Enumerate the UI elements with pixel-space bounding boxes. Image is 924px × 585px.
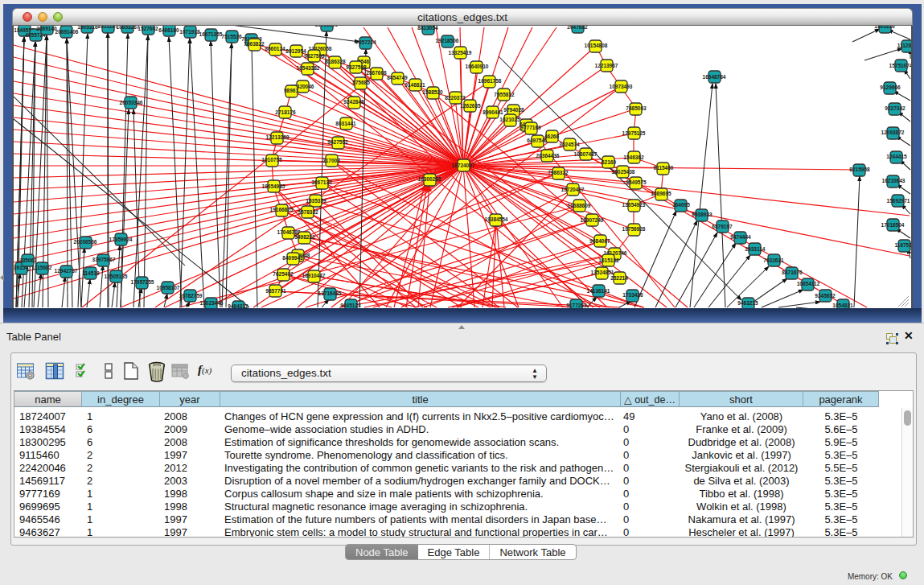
svg-text:7986322: 7986322	[548, 170, 569, 175]
svg-text:1167533: 1167533	[895, 242, 911, 248]
svg-text:3267130: 3267130	[311, 179, 332, 185]
svg-text:13524851: 13524851	[591, 270, 614, 275]
svg-text:8813054: 8813054	[417, 26, 438, 31]
svg-text:875685: 875685	[352, 80, 370, 85]
svg-text:252214: 252214	[610, 275, 628, 281]
svg-text:17359924: 17359924	[109, 237, 133, 242]
svg-text:62160: 62160	[602, 159, 616, 165]
svg-text:1112853: 1112853	[897, 43, 911, 48]
svg-text:20053346: 20053346	[120, 100, 143, 105]
svg-text:217003: 217003	[322, 158, 340, 163]
svg-text:20206536: 20206536	[74, 239, 97, 245]
svg-text:12975125: 12975125	[622, 130, 646, 136]
svg-text:2047682: 2047682	[567, 26, 588, 30]
svg-text:9177263: 9177263	[566, 303, 587, 308]
svg-text:1054821: 1054821	[832, 303, 853, 308]
svg-text:10973493: 10973493	[610, 84, 633, 89]
svg-text:10688609: 10688609	[568, 203, 591, 208]
svg-text:16033809: 16033809	[315, 26, 339, 27]
svg-text:19654985: 19654985	[262, 183, 285, 189]
svg-text:18907249: 18907249	[581, 217, 604, 223]
svg-text:1010755: 1010755	[261, 157, 282, 163]
svg-text:1621025: 1621025	[499, 117, 520, 122]
svg-text:9777169: 9777169	[520, 125, 541, 130]
svg-text:7485063: 7485063	[626, 105, 647, 111]
svg-text:8031441: 8031441	[335, 121, 356, 126]
svg-text:13716485: 13716485	[318, 290, 342, 296]
svg-text:12213369: 12213369	[266, 134, 290, 140]
svg-text:1071918: 1071918	[179, 29, 200, 35]
svg-text:9115460: 9115460	[654, 165, 674, 171]
svg-text:16782759: 16782759	[179, 293, 203, 299]
svg-text:16910447: 16910447	[302, 273, 326, 278]
svg-text:9474444: 9474444	[730, 234, 751, 240]
svg-text:5578332: 5578332	[298, 209, 318, 215]
svg-text:7663822: 7663822	[244, 41, 265, 47]
svg-text:8215958: 8215958	[849, 167, 870, 172]
svg-text:1615132: 1615132	[598, 257, 619, 263]
svg-text:9227342: 9227342	[885, 105, 906, 111]
svg-text:13023446: 13023446	[200, 300, 224, 306]
svg-text:9794028: 9794028	[503, 107, 524, 113]
svg-text:10025438: 10025438	[612, 169, 635, 175]
svg-text:16961758: 16961758	[478, 78, 502, 84]
svg-text:10958107: 10958107	[157, 285, 180, 290]
svg-text:9146821: 9146821	[405, 82, 425, 88]
svg-text:12213967: 12213967	[595, 63, 618, 68]
svg-text:164095: 164095	[672, 202, 690, 208]
svg-text:10154808: 10154808	[585, 43, 608, 48]
svg-text:1733426: 1733426	[622, 292, 643, 298]
svg-text:7625402: 7625402	[273, 271, 294, 277]
svg-text:9549575: 9549575	[626, 179, 647, 185]
svg-text:8660124: 8660124	[265, 46, 285, 51]
svg-text:6879197: 6879197	[712, 224, 733, 229]
svg-text:10543382: 10543382	[297, 65, 320, 71]
svg-text:12505135: 12505135	[105, 274, 128, 279]
svg-text:19384554: 19384554	[485, 216, 508, 222]
svg-text:9464312: 9464312	[228, 303, 248, 308]
svg-text:1262635: 1262635	[460, 103, 481, 109]
svg-text:2069140: 2069140	[36, 26, 57, 31]
svg-text:10807487: 10807487	[574, 151, 598, 157]
svg-text:18724007: 18724007	[452, 163, 475, 168]
svg-text:9463215: 9463215	[737, 300, 758, 306]
svg-text:5498222: 5498222	[294, 234, 315, 240]
svg-text:17957255: 17957255	[131, 279, 154, 285]
svg-text:7357224: 7357224	[355, 39, 376, 45]
svg-text:8471676: 8471676	[782, 270, 803, 275]
svg-text:16671355: 16671355	[199, 31, 223, 37]
svg-text:6466160: 6466160	[158, 27, 179, 33]
svg-text:16648784: 16648784	[703, 74, 726, 80]
svg-text:8454749: 8454749	[387, 75, 408, 80]
svg-text:1905316: 1905316	[77, 26, 98, 30]
svg-text:19166825: 19166825	[270, 207, 294, 212]
svg-text:13325419: 13325419	[449, 50, 472, 56]
svg-text:12093872: 12093872	[881, 130, 905, 135]
svg-text:33975867: 33975867	[92, 257, 116, 262]
svg-text:8951207: 8951207	[97, 26, 118, 29]
svg-text:17016504: 17016504	[881, 222, 905, 228]
svg-text:9242848: 9242848	[343, 99, 364, 105]
svg-text:1588520: 1588520	[422, 89, 443, 95]
svg-text:19218506: 19218506	[436, 38, 459, 43]
svg-text:9827509: 9827509	[304, 53, 325, 59]
svg-text:10653267: 10653267	[117, 26, 140, 30]
svg-text:46266: 46266	[544, 134, 559, 139]
svg-text:7632621: 7632621	[763, 257, 784, 263]
svg-text:2718176: 2718176	[275, 109, 296, 115]
svg-text:15692971: 15692971	[887, 198, 910, 204]
svg-text:20691406: 20691406	[55, 29, 79, 35]
svg-text:9427552: 9427552	[327, 139, 348, 145]
svg-text:8912954: 8912954	[285, 48, 306, 54]
svg-text:8220373: 8220373	[445, 95, 466, 101]
svg-text:1905316: 1905316	[874, 26, 895, 29]
svg-text:114519: 114519	[82, 270, 100, 276]
svg-text:12942737: 12942737	[55, 268, 78, 274]
svg-text:1115682: 1115682	[32, 265, 52, 270]
svg-text:9684067: 9684067	[589, 238, 610, 244]
svg-text:9245123: 9245123	[340, 303, 361, 308]
svg-text:1527602: 1527602	[138, 26, 158, 31]
svg-text:2933114: 2933114	[745, 246, 766, 252]
svg-text:20364436: 20364436	[536, 153, 560, 159]
svg-text:1089695: 1089695	[651, 191, 671, 196]
